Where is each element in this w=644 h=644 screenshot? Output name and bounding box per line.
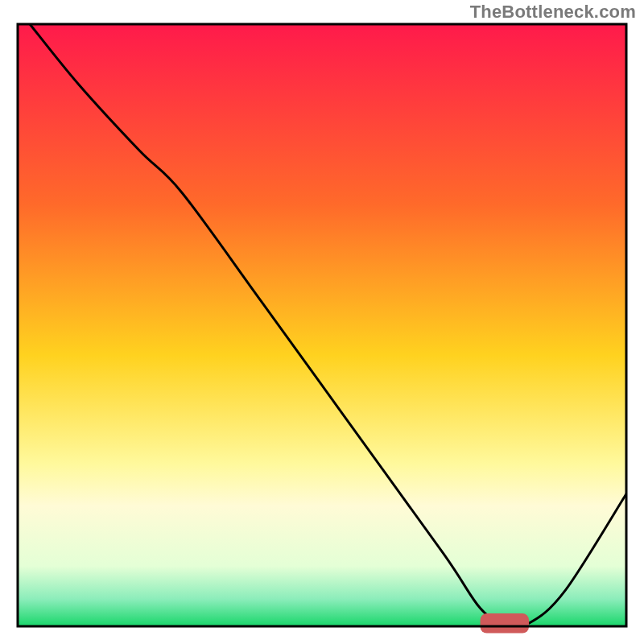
plot-area <box>18 24 626 633</box>
optimal-range-marker <box>481 613 529 633</box>
chart-container: { "attribution": "TheBottleneck.com", "c… <box>0 0 644 644</box>
gradient-background <box>18 24 626 626</box>
bottleneck-chart <box>0 0 644 644</box>
